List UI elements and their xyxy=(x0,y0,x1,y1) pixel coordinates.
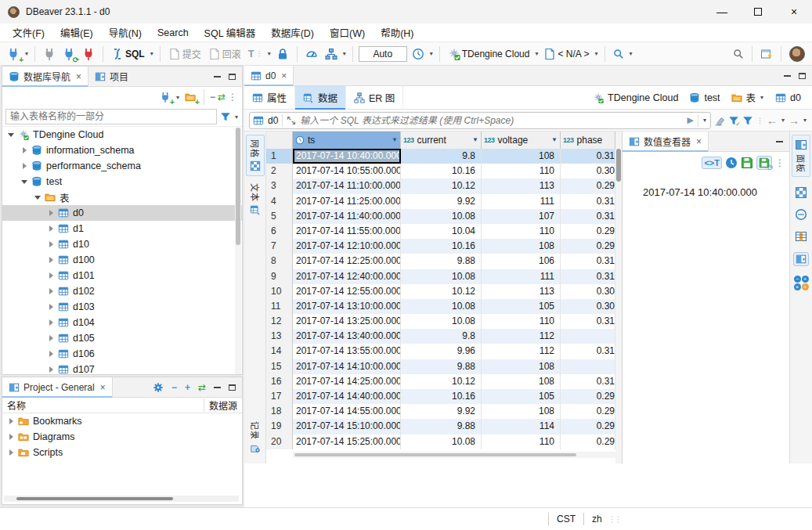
chevron-icon[interactable] xyxy=(34,193,42,202)
chevron-icon[interactable] xyxy=(47,209,56,218)
cell-phase[interactable]: 0.29 xyxy=(561,239,615,254)
subtab-数据[interactable]: 数据 xyxy=(295,86,346,110)
cell-voltage[interactable]: 107 xyxy=(482,209,561,224)
cell-current[interactable]: 10.08 xyxy=(401,209,482,224)
cell-voltage[interactable]: 114 xyxy=(482,419,561,434)
presentation-tab-网格[interactable]: 网格 xyxy=(246,135,265,176)
text-mode-toggle[interactable]: <>T xyxy=(702,157,722,169)
cell-voltage[interactable]: 112 xyxy=(482,344,561,359)
cell-phase[interactable]: 0.31 xyxy=(561,344,615,359)
editor-minimize-icon[interactable] xyxy=(784,75,791,77)
forward-arrow-icon[interactable]: → xyxy=(789,114,799,127)
reconnect-button[interactable]: ⟳ xyxy=(60,46,78,62)
aggregate-cluster-icon[interactable]: −+ ×= xyxy=(794,276,809,290)
cell-ts[interactable]: 2017-07-14 14:10:00.000 xyxy=(293,359,401,374)
menu-数据库(D)[interactable]: 数据库(D) xyxy=(263,23,322,42)
row-number[interactable]: 3 xyxy=(266,178,293,193)
timezone-indicator[interactable]: CST xyxy=(557,514,576,525)
cell-current[interactable]: 9.8 xyxy=(401,149,482,164)
cell-voltage[interactable]: 108 xyxy=(482,359,561,374)
tab-close-icon[interactable]: × xyxy=(76,71,81,82)
menu-Search[interactable]: Search xyxy=(150,25,197,41)
cell-ts[interactable]: 2017-07-14 13:10:00.000 xyxy=(293,299,401,314)
cell-phase[interactable]: 0.29 xyxy=(561,419,615,434)
global-search-button[interactable] xyxy=(731,47,746,61)
tab-database-navigator[interactable]: 数据库导航 × xyxy=(2,67,88,87)
chevron-icon[interactable] xyxy=(47,350,56,359)
nav-new-folder-button[interactable]: + xyxy=(182,90,198,104)
cell-ts[interactable]: 2017-07-14 15:25:00.000 xyxy=(293,434,401,449)
chevron-icon[interactable] xyxy=(47,366,56,374)
cell-voltage[interactable]: 110 xyxy=(482,164,561,178)
column-header-current[interactable]: 123current▼ xyxy=(401,132,482,149)
panel-menu-icon[interactable]: ⋮ xyxy=(775,157,785,168)
tree-item-d105[interactable]: d105 xyxy=(2,330,242,346)
cell-voltage[interactable]: 108 xyxy=(482,239,561,254)
tree-item-information_schema[interactable]: information_schema xyxy=(2,142,242,158)
navigator-scrollbar[interactable] xyxy=(235,128,241,374)
row-number[interactable]: 6 xyxy=(266,224,293,239)
row-number[interactable]: 8 xyxy=(266,254,293,269)
row-number[interactable]: 4 xyxy=(266,194,293,209)
value-viewer-toggle[interactable] xyxy=(793,252,809,266)
tree-item-d103[interactable]: d103 xyxy=(2,299,242,315)
tree-item-test[interactable]: test xyxy=(2,174,242,189)
cell-voltage[interactable]: 105 xyxy=(482,299,561,314)
cell-current[interactable]: 9.92 xyxy=(401,194,482,209)
cell-phase[interactable]: 0.29 xyxy=(561,389,615,404)
cell-phase[interactable] xyxy=(561,359,615,374)
chevron-icon[interactable] xyxy=(20,178,29,186)
project-hscrollbar[interactable] xyxy=(4,496,239,502)
forward-dropdown-icon[interactable]: ▾ xyxy=(803,117,807,124)
tree-item-d104[interactable]: d104 xyxy=(2,315,242,330)
history-dropdown-icon[interactable]: ▾ xyxy=(429,50,434,57)
link-with-editor-icon[interactable]: ⇄ xyxy=(198,382,206,393)
auto-commit-combo[interactable]: Auto xyxy=(359,46,407,62)
tab-close-icon[interactable]: × xyxy=(100,382,106,393)
transaction-mode-button[interactable]: T⋮ xyxy=(246,46,265,61)
editor-tab-d0[interactable]: d0 × xyxy=(244,66,294,86)
transaction-dropdown-icon[interactable]: ▾ xyxy=(267,50,272,57)
menu-导航(N)[interactable]: 导航(N) xyxy=(101,23,150,42)
cell-phase[interactable]: 0.31 xyxy=(561,254,615,269)
cell-phase[interactable]: 0.29 xyxy=(561,404,615,419)
panel-minimize-icon[interactable] xyxy=(214,387,221,388)
expand-filter-icon[interactable] xyxy=(287,116,296,125)
dashboard-button[interactable] xyxy=(303,46,320,62)
grid-corner-cell[interactable] xyxy=(266,132,293,149)
tab-value-viewer[interactable]: 数值查看器 × xyxy=(623,132,709,152)
panel-minimize-icon[interactable] xyxy=(776,141,783,142)
cell-current[interactable]: 10.12 xyxy=(401,374,482,389)
cell-ts[interactable]: 2017-07-14 11:10:00.000 xyxy=(293,178,401,193)
cell-current[interactable]: 10.12 xyxy=(401,284,482,299)
panel-minimize-icon[interactable] xyxy=(214,76,221,78)
back-arrow-icon[interactable]: ← xyxy=(767,114,778,127)
cell-current[interactable]: 9.88 xyxy=(401,419,482,434)
back-dropdown-icon[interactable]: ▾ xyxy=(781,117,785,124)
tree-item-TDengine Cloud[interactable]: TDengine Cloud xyxy=(2,127,242,142)
cell-voltage[interactable]: 111 xyxy=(482,194,561,209)
filter-dropdown-icon[interactable]: ▾ xyxy=(234,114,239,121)
editor-maximize-icon[interactable] xyxy=(799,73,806,79)
nav-new-connection-dropdown-icon[interactable]: ▾ xyxy=(175,94,180,101)
tree-item-d100[interactable]: d100 xyxy=(2,252,242,268)
aggregate-circle-icon[interactable] xyxy=(795,208,807,221)
cell-phase[interactable]: 0.31 xyxy=(561,314,615,329)
collapse-all-icon[interactable]: − xyxy=(210,92,215,103)
funnel-icon[interactable] xyxy=(742,115,753,126)
column-header-voltage[interactable]: 123voltage▼ xyxy=(482,132,561,149)
cell-voltage[interactable]: 111 xyxy=(482,269,561,284)
cell-current[interactable]: 9.96 xyxy=(401,344,482,359)
panel-maximize-icon[interactable] xyxy=(229,384,236,391)
row-number[interactable]: 15 xyxy=(266,359,293,374)
row-number[interactable]: 17 xyxy=(266,389,293,404)
filter-save-button[interactable]: ✓ xyxy=(728,114,739,126)
active-connection-selector[interactable]: TDengine Cloud xyxy=(446,46,532,62)
tree-item-performance_schema[interactable]: performance_schema xyxy=(2,158,242,174)
row-number[interactable]: 10 xyxy=(266,284,293,299)
tasks-button[interactable] xyxy=(323,46,340,62)
cell-voltage[interactable]: 108 xyxy=(482,149,561,164)
grid-preview-icon[interactable] xyxy=(795,186,807,199)
cell-phase[interactable]: 0.30 xyxy=(561,164,615,178)
chevron-icon[interactable] xyxy=(20,146,29,155)
